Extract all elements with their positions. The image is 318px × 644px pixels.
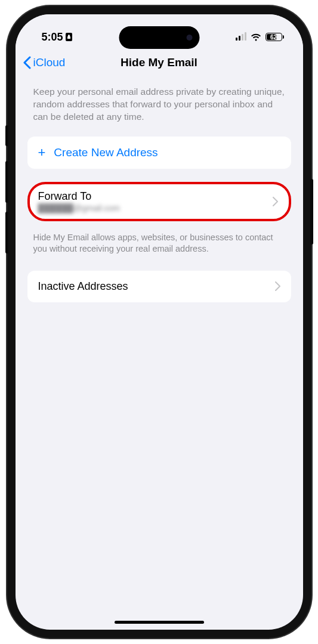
status-time: 5:05 — [42, 31, 63, 44]
battery-icon: 62 — [265, 33, 284, 41]
battery-percentage: 62 — [270, 34, 277, 41]
content-area: Keep your personal email address private… — [16, 78, 303, 302]
status-indicators: 62 — [236, 33, 284, 41]
inactive-addresses-button[interactable]: Inactive Addresses — [27, 271, 291, 302]
forward-to-title: Forward To — [38, 190, 121, 203]
create-address-card: + Create New Address — [27, 137, 291, 169]
inactive-addresses-card: Inactive Addresses — [27, 271, 291, 302]
create-address-label: Create New Address — [54, 146, 158, 159]
back-label: iCloud — [33, 56, 66, 69]
inactive-addresses-label: Inactive Addresses — [38, 280, 128, 293]
camera-dot — [186, 35, 192, 41]
contact-card-icon — [66, 33, 72, 41]
side-button — [5, 161, 8, 203]
navigation-bar: iCloud Hide My Email — [16, 49, 303, 78]
status-time-area: 5:05 — [42, 31, 72, 44]
side-button — [5, 212, 8, 253]
forward-footer-text: Hide My Email allows apps, websites, or … — [27, 227, 291, 271]
phone-screen: 5:05 62 — [16, 14, 303, 630]
chevron-right-icon — [275, 281, 280, 291]
phone-frame: 5:05 62 — [7, 6, 311, 638]
dynamic-island — [119, 26, 199, 49]
chevron-right-icon — [273, 197, 278, 206]
create-address-button[interactable]: + Create New Address — [27, 137, 291, 169]
home-indicator[interactable] — [115, 621, 204, 624]
forward-to-card: Forward To ██████@gmail.com — [27, 182, 291, 221]
wifi-icon — [251, 33, 261, 41]
chevron-left-icon — [23, 56, 31, 69]
forward-to-email: ██████@gmail.com — [38, 203, 121, 213]
back-button[interactable]: iCloud — [23, 56, 66, 69]
plus-icon: + — [38, 146, 46, 159]
forward-to-content: Forward To ██████@gmail.com — [38, 190, 121, 213]
cellular-signal-icon — [236, 33, 246, 41]
side-button — [310, 179, 313, 244]
forward-to-button[interactable]: Forward To ██████@gmail.com — [30, 184, 289, 219]
description-text: Keep your personal email address private… — [27, 82, 291, 137]
side-button — [5, 125, 8, 146]
